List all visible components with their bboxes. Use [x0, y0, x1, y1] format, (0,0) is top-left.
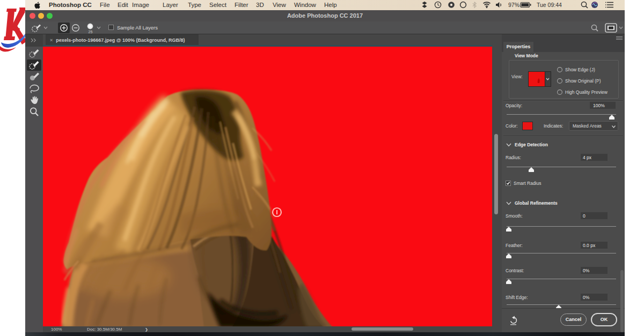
svg-text:Tue 09:44: Tue 09:44 [537, 2, 562, 8]
svg-text:97%: 97% [508, 2, 519, 8]
svg-text:25: 25 [89, 30, 93, 34]
